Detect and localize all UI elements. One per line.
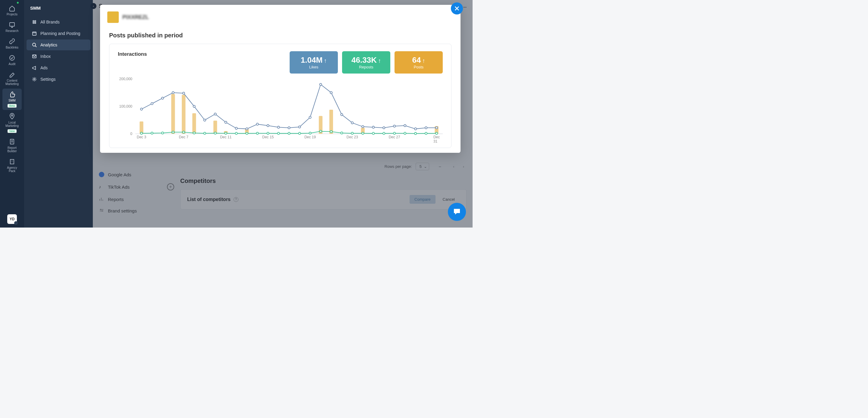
rail-label: Local Marketing bbox=[4, 121, 21, 127]
svg-point-71 bbox=[319, 130, 321, 132]
svg-point-27 bbox=[161, 97, 164, 99]
stat-posts[interactable]: 64 Posts bbox=[395, 51, 443, 73]
stat-row: 1.04M Likes 46.33K Reposts 64 Posts bbox=[290, 51, 443, 73]
svg-point-38 bbox=[277, 126, 279, 128]
svg-point-52 bbox=[425, 127, 427, 129]
svg-point-73 bbox=[341, 132, 343, 134]
svg-point-74 bbox=[351, 132, 353, 134]
svg-point-5 bbox=[33, 21, 34, 22]
sidebar-item-label: Inbox bbox=[40, 54, 51, 59]
svg-point-57 bbox=[172, 131, 174, 133]
sidebar: ‹ SMM All Brands Planning and Posting An… bbox=[24, 0, 93, 228]
svg-point-29 bbox=[183, 92, 185, 94]
modal-header: PIXXREZL bbox=[100, 5, 461, 30]
svg-point-58 bbox=[183, 131, 185, 133]
svg-point-47 bbox=[372, 126, 374, 128]
svg-point-35 bbox=[246, 128, 248, 130]
svg-point-54 bbox=[141, 132, 143, 134]
chat-fab[interactable] bbox=[448, 203, 466, 221]
svg-point-45 bbox=[351, 122, 353, 124]
x-tick-label: Dec 11 bbox=[220, 135, 231, 139]
svg-point-50 bbox=[404, 125, 406, 127]
svg-point-64 bbox=[246, 132, 248, 134]
y-tick-label: 200,000 bbox=[119, 77, 132, 81]
grid-icon bbox=[32, 20, 37, 24]
svg-point-79 bbox=[404, 132, 406, 134]
thumbs-up-icon bbox=[9, 91, 16, 98]
rail-label: Report Builder bbox=[4, 146, 21, 153]
x-tick-label: Dec 7 bbox=[179, 135, 188, 139]
svg-point-36 bbox=[256, 123, 258, 125]
svg-point-46 bbox=[362, 126, 364, 128]
svg-point-75 bbox=[362, 132, 364, 134]
rail-agency[interactable]: Agency Pack bbox=[2, 156, 22, 175]
svg-point-65 bbox=[256, 132, 258, 134]
interactions-modal: PIXXREZL Posts published in period Inter… bbox=[100, 5, 461, 153]
svg-point-77 bbox=[383, 132, 385, 134]
rail-backlinks[interactable]: Backlinks bbox=[2, 36, 22, 52]
svg-point-69 bbox=[299, 132, 301, 134]
rail-report[interactable]: Report Builder bbox=[2, 136, 22, 155]
sidebar-item-settings[interactable]: Settings bbox=[27, 74, 90, 85]
svg-point-8 bbox=[35, 22, 36, 24]
stat-likes[interactable]: 1.04M Likes bbox=[290, 51, 338, 73]
sidebar-item-inbox[interactable]: Inbox bbox=[27, 51, 90, 62]
close-button[interactable] bbox=[451, 2, 463, 14]
sidebar-item-label: Settings bbox=[40, 77, 56, 82]
stat-reposts[interactable]: 46.33K Reposts bbox=[342, 51, 390, 73]
megaphone-icon bbox=[32, 65, 37, 70]
svg-point-51 bbox=[414, 128, 416, 130]
sidebar-item-ads[interactable]: Ads bbox=[27, 62, 90, 73]
arrow-up-icon bbox=[324, 56, 327, 65]
x-tick-label: Dec 19 bbox=[304, 135, 316, 139]
presentation-icon bbox=[9, 22, 16, 28]
svg-rect-15 bbox=[171, 94, 175, 134]
brand-name: PIXXREZL bbox=[122, 14, 149, 21]
svg-point-2 bbox=[11, 115, 13, 116]
stat-value: 1.04M bbox=[301, 56, 322, 65]
svg-rect-16 bbox=[182, 95, 185, 134]
rail-research[interactable]: Research bbox=[2, 19, 22, 35]
sidebar-item-all-brands[interactable]: All Brands bbox=[27, 17, 90, 27]
svg-point-28 bbox=[172, 92, 174, 94]
svg-point-33 bbox=[225, 121, 227, 123]
rail-label: SMM bbox=[8, 99, 16, 102]
x-tick-label: Dec 23 bbox=[347, 135, 358, 139]
close-icon bbox=[454, 6, 460, 11]
modal-section-title: Posts published in period bbox=[100, 30, 461, 44]
svg-point-41 bbox=[309, 116, 311, 119]
rail-content[interactable]: Content Marketing bbox=[2, 69, 22, 88]
sidebar-item-label: Planning and Posting bbox=[40, 31, 80, 36]
svg-point-61 bbox=[214, 132, 216, 134]
mail-icon bbox=[32, 54, 37, 59]
svg-point-76 bbox=[372, 132, 374, 134]
svg-rect-3 bbox=[10, 139, 14, 144]
svg-point-12 bbox=[34, 79, 35, 80]
svg-point-55 bbox=[151, 132, 153, 134]
svg-point-39 bbox=[288, 127, 290, 129]
rail-smm[interactable]: SMM Beta bbox=[2, 89, 22, 110]
svg-rect-9 bbox=[33, 32, 36, 35]
arrow-up-icon bbox=[422, 56, 425, 65]
rail-audit[interactable]: Audit bbox=[2, 52, 22, 68]
svg-point-49 bbox=[393, 125, 396, 127]
status-dot bbox=[17, 2, 19, 4]
svg-rect-0 bbox=[10, 23, 14, 26]
svg-point-43 bbox=[330, 92, 332, 94]
sidebar-item-label: Analytics bbox=[40, 42, 57, 47]
svg-point-82 bbox=[435, 132, 438, 134]
x-tick-label: Dec 27 bbox=[389, 135, 400, 139]
y-tick-label: 0 bbox=[130, 132, 132, 136]
svg-point-63 bbox=[236, 132, 238, 134]
svg-point-37 bbox=[267, 125, 269, 127]
rail-label: Content Marketing bbox=[4, 79, 21, 86]
rail-projects[interactable]: Projects bbox=[2, 2, 22, 19]
sidebar-item-analytics[interactable]: Analytics bbox=[27, 39, 90, 50]
avatar-initials: YD bbox=[10, 217, 15, 221]
svg-point-6 bbox=[35, 21, 36, 22]
user-avatar[interactable]: YD bbox=[7, 214, 17, 224]
rail-local[interactable]: Local Marketing New bbox=[2, 110, 22, 135]
beta-badge: Beta bbox=[7, 104, 17, 107]
sidebar-item-planning[interactable]: Planning and Posting bbox=[27, 28, 90, 39]
rail-label: Backlinks bbox=[6, 46, 19, 49]
